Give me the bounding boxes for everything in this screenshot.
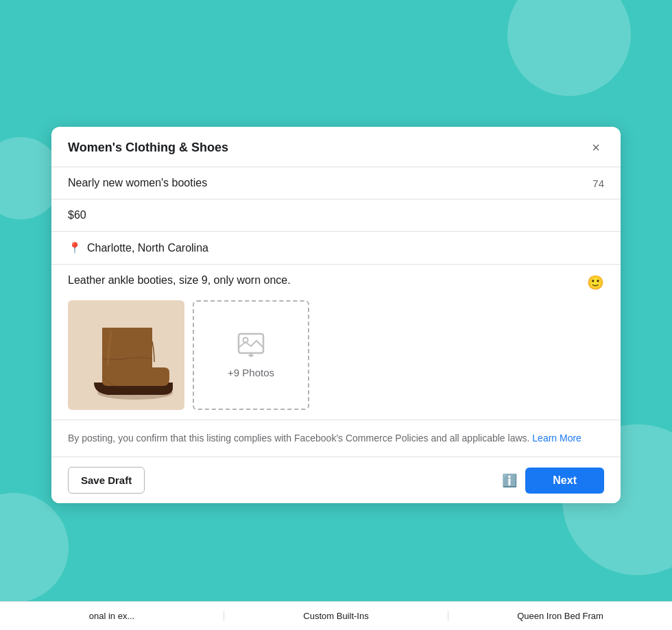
photos-area: +9 Photos xyxy=(68,300,604,410)
footer-right: ℹ️ Next xyxy=(502,468,604,494)
bottom-tab-1[interactable]: onal in ex... xyxy=(0,611,224,621)
image-placeholder-icon xyxy=(237,332,265,363)
emoji-button[interactable]: 🙂 xyxy=(587,274,604,291)
info-icon[interactable]: ℹ️ xyxy=(502,473,517,488)
price-row: $60 xyxy=(51,199,621,232)
bottom-tab-2[interactable]: Custom Built-Ins xyxy=(224,611,448,621)
description-row: Leather ankle booties, size 9, only worn… xyxy=(51,265,621,420)
save-draft-button[interactable]: Save Draft xyxy=(68,467,145,494)
location-container: 📍 Charlotte, North Carolina xyxy=(68,241,208,254)
location-text: Charlotte, North Carolina xyxy=(87,242,208,254)
description-text: Leather ankle booties, size 9, only worn… xyxy=(68,274,579,287)
listing-title-row: Nearly new women's booties 74 xyxy=(51,167,621,199)
next-button[interactable]: Next xyxy=(525,468,604,494)
location-pin-icon: 📍 xyxy=(68,241,82,254)
location-row: 📍 Charlotte, North Carolina xyxy=(51,232,621,265)
close-button[interactable]: × xyxy=(588,139,604,156)
bg-decoration-1 xyxy=(507,0,631,96)
title-area: Nearly new women's booties 74 xyxy=(68,177,604,189)
boot-image-svg xyxy=(73,307,180,403)
char-count: 74 xyxy=(592,178,604,189)
bottom-tabs-strip: onal in ex... Custom Built-Ins Queen Iro… xyxy=(0,601,672,630)
listing-title-text: Nearly new women's booties xyxy=(68,177,207,189)
bg-decoration-3 xyxy=(0,493,69,603)
price-text: $60 xyxy=(68,209,86,221)
modal-title: Women's Clothing & Shoes xyxy=(68,141,228,155)
modal-header: Women's Clothing & Shoes × xyxy=(51,127,621,167)
listing-modal: Women's Clothing & Shoes × Nearly new wo… xyxy=(51,127,621,503)
learn-more-link[interactable]: Learn More xyxy=(532,433,581,444)
policy-row: By posting, you confirm that this listin… xyxy=(51,420,621,457)
add-photos-label: +9 Photos xyxy=(228,367,274,378)
description-header: Leather ankle booties, size 9, only worn… xyxy=(68,274,604,291)
policy-text: By posting, you confirm that this listin… xyxy=(68,433,529,444)
main-photo xyxy=(68,300,184,410)
add-photos-button[interactable]: +9 Photos xyxy=(193,300,309,410)
bottom-tab-3[interactable]: Queen Iron Bed Fram xyxy=(448,611,672,621)
modal-footer: Save Draft ℹ️ Next xyxy=(51,457,621,503)
